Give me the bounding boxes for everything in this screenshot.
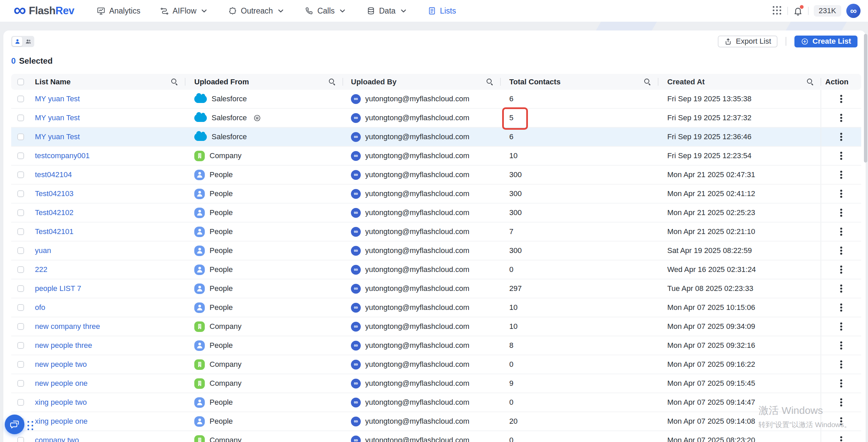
row-actions-button[interactable] [840, 269, 842, 271]
list-name-link[interactable]: xing people two [35, 398, 87, 407]
list-name-link[interactable]: new company three [35, 322, 100, 331]
analytics-icon [97, 6, 105, 15]
row-checkbox[interactable] [17, 285, 24, 292]
list-name-link[interactable]: Test042101 [35, 227, 74, 236]
source-label: Salesforce [212, 113, 247, 122]
row-actions-button[interactable] [840, 193, 842, 195]
list-name-link[interactable]: MY yuan Test [35, 113, 80, 122]
row-checkbox[interactable] [17, 228, 24, 235]
row-checkbox[interactable] [17, 247, 24, 254]
row-checkbox[interactable] [17, 171, 24, 178]
list-name-link[interactable]: 222 [35, 265, 47, 274]
nav-item-calls[interactable]: Calls [305, 6, 347, 16]
row-actions-button[interactable] [840, 288, 842, 290]
uploaded-from-cell: People [185, 241, 342, 260]
row-checkbox[interactable] [17, 133, 24, 140]
list-name-link[interactable]: test042104 [35, 170, 72, 179]
row-checkbox[interactable] [17, 304, 24, 311]
row-checkbox[interactable] [17, 437, 24, 442]
list-name-link[interactable]: company two [35, 436, 79, 442]
row-actions-button[interactable] [840, 307, 842, 309]
list-name-link[interactable]: ofo [35, 303, 45, 312]
chat-widget-button[interactable] [5, 415, 24, 434]
row-actions-button[interactable] [840, 231, 842, 233]
list-name-link[interactable]: new people three [35, 341, 92, 350]
source-label: People [210, 170, 233, 179]
row-actions-button[interactable] [840, 363, 842, 365]
row-checkbox[interactable] [17, 342, 24, 349]
uploaded-from-cell: Salesforce [185, 90, 342, 108]
row-checkbox[interactable] [17, 190, 24, 197]
export-icon [724, 38, 732, 45]
uploader-email: yutongtong@myflashcloud.com [365, 113, 469, 122]
search-icon[interactable] [329, 78, 336, 85]
user-avatar[interactable]: ∞ [846, 4, 861, 18]
row-actions-button[interactable] [840, 117, 842, 119]
row-actions-button[interactable] [840, 212, 842, 214]
total-contacts-value: 6 [509, 94, 513, 103]
uploader-avatar: ∞ [351, 379, 361, 388]
col-action: Action [825, 78, 848, 86]
chat-drag-handle[interactable] [27, 421, 34, 431]
bell-icon[interactable] [793, 6, 803, 16]
row-checkbox[interactable] [17, 361, 24, 368]
nav-item-lists[interactable]: Lists [428, 6, 456, 16]
nav-item-aiflow[interactable]: AIFlow [160, 6, 209, 16]
person-view-toggle[interactable] [12, 37, 22, 46]
row-checkbox[interactable] [17, 266, 24, 273]
list-name-link[interactable]: people LIST 7 [35, 284, 81, 293]
row-checkbox[interactable] [17, 96, 24, 102]
row-actions-button[interactable] [840, 401, 842, 403]
row-checkbox[interactable] [17, 152, 24, 159]
apps-grid-icon[interactable] [773, 6, 782, 16]
scrollbar-thumb[interactable] [864, 34, 867, 163]
search-icon[interactable] [644, 78, 651, 85]
total-contacts-value: 5 [509, 113, 513, 122]
row-actions-button[interactable] [840, 155, 842, 157]
list-name-link[interactable]: testcompany001 [35, 151, 90, 160]
total-contacts-value: 300 [509, 246, 522, 255]
row-checkbox[interactable] [17, 323, 24, 330]
source-label: People [210, 284, 233, 293]
row-checkbox[interactable] [17, 399, 24, 406]
row-actions-button[interactable] [840, 439, 842, 441]
list-name-link[interactable]: Test042102 [35, 208, 74, 217]
row-actions-button[interactable] [840, 174, 842, 176]
list-name-link[interactable]: MY yuan Test [35, 132, 80, 141]
list-name-link[interactable]: new people two [35, 360, 87, 369]
decor-shape [786, 22, 847, 30]
flashrev-logo[interactable]: ∞ FlashRev [14, 4, 74, 18]
list-name-link[interactable]: yuan [35, 246, 51, 255]
row-actions-button[interactable] [840, 420, 842, 422]
row-actions-button[interactable] [840, 344, 842, 346]
search-icon[interactable] [807, 78, 814, 85]
search-icon[interactable] [171, 78, 178, 85]
uploader-avatar: ∞ [351, 227, 361, 237]
list-name-link[interactable]: Test042103 [35, 189, 74, 198]
row-actions-button[interactable] [840, 250, 842, 252]
list-name-link[interactable]: xing people one [35, 417, 87, 426]
uploader-avatar: ∞ [351, 284, 361, 294]
row-actions-button[interactable] [840, 325, 842, 328]
row-actions-button[interactable] [840, 382, 842, 384]
list-name-link[interactable]: new people one [35, 379, 87, 388]
nav-item-outreach[interactable]: Outreach [228, 6, 285, 16]
person-icon [14, 38, 21, 45]
list-name-link[interactable]: MY yuan Test [35, 94, 80, 103]
credits-badge[interactable]: 231K [814, 5, 841, 17]
row-actions-button[interactable] [840, 98, 842, 100]
export-list-button[interactable]: Export List [718, 36, 777, 47]
create-list-button[interactable]: Create List [794, 36, 857, 47]
row-actions-button[interactable] [840, 136, 842, 138]
table-row: new people two Company ∞yutongtong@myfla… [11, 355, 861, 374]
row-checkbox[interactable] [17, 380, 24, 387]
select-all-checkbox[interactable] [17, 79, 24, 85]
nav-item-data[interactable]: Data [367, 6, 408, 16]
search-icon[interactable] [486, 78, 493, 85]
people-view-toggle[interactable] [23, 37, 33, 46]
row-checkbox[interactable] [17, 209, 24, 216]
divider [808, 7, 809, 15]
company-icon [194, 359, 205, 370]
row-checkbox[interactable] [17, 114, 24, 121]
nav-item-analytics[interactable]: Analytics [97, 6, 140, 16]
